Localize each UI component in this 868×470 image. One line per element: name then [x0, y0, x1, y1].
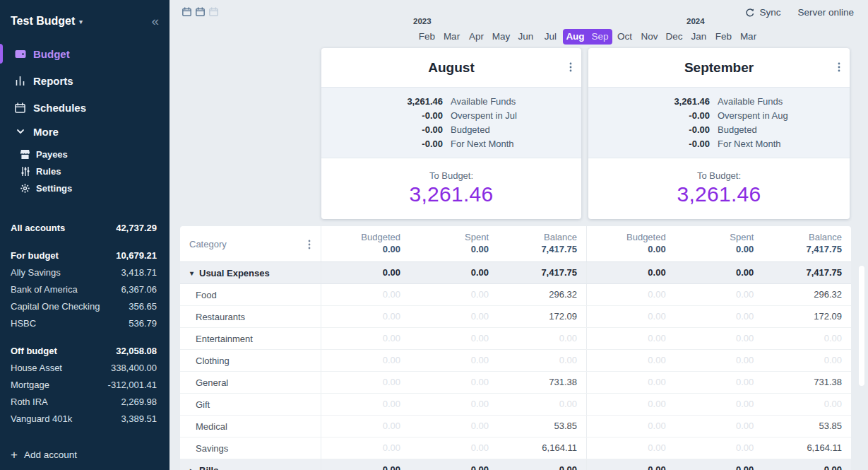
timeline-month-feb-0[interactable]: Feb [415, 29, 439, 45]
category-name[interactable]: Restaurants [180, 306, 321, 327]
sidebar-item-schedules[interactable]: Schedules [0, 94, 170, 121]
budgeted-cell[interactable]: 0.00 [321, 284, 410, 305]
spent-cell[interactable]: 0.00 [675, 416, 763, 437]
timeline-month-nov-9[interactable]: Nov [637, 29, 662, 45]
budgeted-cell[interactable]: 0.00 [321, 328, 410, 349]
spent-cell[interactable]: 0.00 [410, 437, 498, 459]
to-budget-amount[interactable]: 3,261.46 [588, 182, 850, 206]
budgeted-cell[interactable]: 0.00 [587, 437, 675, 459]
balance-cell[interactable]: 53.85 [763, 416, 851, 437]
balance-cell[interactable]: 172.09 [763, 306, 851, 327]
timeline-month-mar-1[interactable]: Mar [439, 29, 464, 45]
group-budgeted-total[interactable]: 0.00 [587, 459, 675, 470]
balance-cell[interactable]: 0.00 [498, 328, 586, 349]
timeline-month-dec-10[interactable]: Dec [662, 29, 686, 45]
spent-cell[interactable]: 0.00 [675, 328, 763, 349]
account-row[interactable]: House Asset338,400.00 [0, 359, 170, 376]
group-spent-total[interactable]: 0.00 [410, 262, 498, 283]
group-budgeted-total[interactable]: 0.00 [321, 262, 410, 283]
category-name[interactable]: General [180, 372, 321, 393]
budgeted-cell[interactable]: 0.00 [587, 306, 675, 327]
account-row[interactable]: Vanguard 401k3,389.51 [0, 410, 170, 427]
account-row[interactable]: HSBC536.79 [0, 315, 170, 331]
category-group-row[interactable]: ▾Usual Expenses0.000.007,417.750.000.007… [180, 262, 851, 284]
budgeted-cell[interactable]: 0.00 [321, 416, 410, 437]
expand-group-icon[interactable]: ▸ [190, 466, 199, 470]
all-accounts-row[interactable]: All accounts42,737.29 [0, 219, 170, 236]
spent-cell[interactable]: 0.00 [410, 328, 498, 349]
spent-cell[interactable]: 0.00 [410, 350, 498, 371]
category-name[interactable]: Entertainment [180, 328, 321, 349]
account-row[interactable]: Bank of America6,367.06 [0, 281, 170, 298]
to-budget-amount[interactable]: 3,261.46 [321, 182, 581, 206]
timeline-month-may-3[interactable]: May [489, 29, 513, 45]
budgeted-cell[interactable]: 0.00 [587, 350, 675, 371]
account-row[interactable]: Roth IRA2,269.98 [0, 393, 170, 410]
spent-cell[interactable]: 0.00 [410, 416, 498, 437]
sidebar-item-more[interactable]: More [0, 121, 170, 142]
balance-cell[interactable]: 0.00 [763, 394, 851, 415]
category-group-name-cell[interactable]: ▸Bills [180, 459, 321, 470]
balance-cell[interactable]: 0.00 [763, 350, 851, 371]
sidebar-item-rules[interactable]: Rules [0, 163, 170, 180]
sidebar-item-payees[interactable]: Payees [0, 146, 170, 163]
timeline-month-jun-4[interactable]: Jun [513, 29, 538, 45]
server-status[interactable]: Server online [797, 7, 854, 18]
months-view-toggle-2[interactable] [196, 7, 205, 16]
category-name[interactable]: Gift [180, 394, 321, 415]
budgeted-cell[interactable]: 0.00 [587, 416, 675, 437]
category-header-label[interactable]: Category [180, 239, 227, 249]
spent-cell[interactable]: 0.00 [410, 394, 498, 415]
account-row[interactable]: Mortgage-312,001.41 [0, 376, 170, 393]
months-view-toggle-3[interactable] [209, 7, 218, 16]
spent-cell[interactable]: 0.00 [675, 437, 763, 459]
group-budgeted-total[interactable]: 0.00 [321, 459, 410, 470]
summary-value[interactable]: -0.00 [321, 110, 443, 121]
summary-value[interactable]: 3,261.46 [588, 96, 710, 107]
balance-cell[interactable]: 296.32 [498, 284, 586, 305]
balance-cell[interactable]: 6,164.11 [763, 437, 851, 459]
category-name[interactable]: Medical [180, 416, 321, 437]
summary-value[interactable]: -0.00 [588, 139, 710, 149]
category-name[interactable]: Savings [180, 437, 321, 459]
spent-cell[interactable]: 0.00 [675, 372, 763, 393]
months-view-toggle-1[interactable] [182, 7, 191, 16]
month-menu-icon[interactable] [569, 62, 572, 72]
collapse-group-icon[interactable]: ▾ [190, 269, 199, 277]
budgeted-cell[interactable]: 0.00 [321, 394, 410, 415]
group-balance-total[interactable]: 0.00 [763, 459, 851, 470]
summary-value[interactable]: 3,261.46 [321, 96, 443, 107]
balance-cell[interactable]: 0.00 [498, 350, 586, 371]
timeline-month-mar-13[interactable]: Mar [736, 29, 761, 45]
budgeted-cell[interactable]: 0.00 [587, 328, 675, 349]
spent-cell[interactable]: 0.00 [675, 350, 763, 371]
category-name[interactable]: Food [180, 284, 321, 305]
spent-cell[interactable]: 0.00 [410, 306, 498, 327]
category-name[interactable]: Clothing [180, 350, 321, 371]
account-row[interactable]: Ally Savings3,418.71 [0, 264, 170, 281]
sidebar-item-settings[interactable]: Settings [0, 180, 170, 196]
add-account-button[interactable]: + Add account [11, 449, 77, 461]
summary-value[interactable]: -0.00 [321, 139, 443, 149]
timeline-month-apr-2[interactable]: Apr [464, 29, 489, 45]
category-group-name-cell[interactable]: ▾Usual Expenses [180, 262, 321, 283]
budgeted-cell[interactable]: 0.00 [587, 394, 675, 415]
timeline-month-jul-5[interactable]: Jul [538, 29, 563, 45]
timeline-month-feb-12[interactable]: Feb [711, 29, 736, 45]
budget-file-menu[interactable]: Test Budget ▾ [11, 15, 83, 28]
budgeted-cell[interactable]: 0.00 [587, 284, 675, 305]
group-spent-total[interactable]: 0.00 [410, 459, 498, 470]
balance-cell[interactable]: 731.38 [498, 372, 586, 393]
balance-cell[interactable]: 0.00 [763, 328, 851, 349]
group-budgeted-total[interactable]: 0.00 [587, 262, 675, 283]
group-balance-total[interactable]: 0.00 [498, 459, 586, 470]
account-group-header[interactable]: For budget10,679.21 [0, 247, 170, 264]
timeline-month-jan-11[interactable]: Jan [686, 29, 711, 45]
category-group-row[interactable]: ▸Bills0.000.000.000.000.000.00 [180, 459, 851, 470]
timeline-month-sep-7[interactable]: Sep [588, 29, 612, 45]
timeline-month-aug-6[interactable]: Aug [563, 29, 588, 45]
sidebar-item-budget[interactable]: Budget [0, 40, 170, 67]
balance-cell[interactable]: 296.32 [763, 284, 851, 305]
budgeted-cell[interactable]: 0.00 [587, 372, 675, 393]
balance-cell[interactable]: 0.00 [498, 394, 586, 415]
